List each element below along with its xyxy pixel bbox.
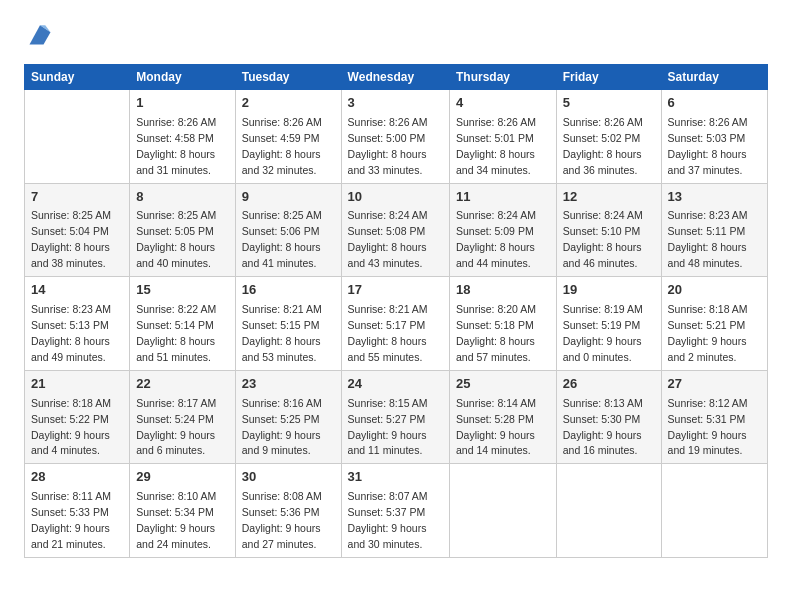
weekday-header-saturday: Saturday bbox=[661, 65, 767, 90]
day-info: Sunrise: 8:21 AM Sunset: 5:15 PM Dayligh… bbox=[242, 303, 322, 363]
day-number: 1 bbox=[136, 94, 229, 113]
day-info: Sunrise: 8:25 AM Sunset: 5:04 PM Dayligh… bbox=[31, 209, 111, 269]
calendar-week-2: 7Sunrise: 8:25 AM Sunset: 5:04 PM Daylig… bbox=[25, 183, 768, 277]
calendar-cell bbox=[450, 464, 557, 558]
day-number: 4 bbox=[456, 94, 550, 113]
calendar-cell: 12Sunrise: 8:24 AM Sunset: 5:10 PM Dayli… bbox=[556, 183, 661, 277]
day-info: Sunrise: 8:26 AM Sunset: 5:00 PM Dayligh… bbox=[348, 116, 428, 176]
day-info: Sunrise: 8:11 AM Sunset: 5:33 PM Dayligh… bbox=[31, 490, 111, 550]
day-number: 21 bbox=[31, 375, 123, 394]
day-info: Sunrise: 8:26 AM Sunset: 5:02 PM Dayligh… bbox=[563, 116, 643, 176]
weekday-header-friday: Friday bbox=[556, 65, 661, 90]
day-number: 27 bbox=[668, 375, 761, 394]
calendar-cell: 16Sunrise: 8:21 AM Sunset: 5:15 PM Dayli… bbox=[235, 277, 341, 371]
calendar-cell: 2Sunrise: 8:26 AM Sunset: 4:59 PM Daylig… bbox=[235, 90, 341, 184]
calendar-cell: 3Sunrise: 8:26 AM Sunset: 5:00 PM Daylig… bbox=[341, 90, 449, 184]
day-info: Sunrise: 8:24 AM Sunset: 5:08 PM Dayligh… bbox=[348, 209, 428, 269]
calendar-cell: 11Sunrise: 8:24 AM Sunset: 5:09 PM Dayli… bbox=[450, 183, 557, 277]
day-info: Sunrise: 8:18 AM Sunset: 5:22 PM Dayligh… bbox=[31, 397, 111, 457]
calendar-cell: 10Sunrise: 8:24 AM Sunset: 5:08 PM Dayli… bbox=[341, 183, 449, 277]
day-info: Sunrise: 8:19 AM Sunset: 5:19 PM Dayligh… bbox=[563, 303, 643, 363]
day-info: Sunrise: 8:22 AM Sunset: 5:14 PM Dayligh… bbox=[136, 303, 216, 363]
day-info: Sunrise: 8:26 AM Sunset: 4:58 PM Dayligh… bbox=[136, 116, 216, 176]
day-info: Sunrise: 8:16 AM Sunset: 5:25 PM Dayligh… bbox=[242, 397, 322, 457]
calendar-cell bbox=[556, 464, 661, 558]
day-info: Sunrise: 8:15 AM Sunset: 5:27 PM Dayligh… bbox=[348, 397, 428, 457]
calendar-cell: 18Sunrise: 8:20 AM Sunset: 5:18 PM Dayli… bbox=[450, 277, 557, 371]
calendar-body: 1Sunrise: 8:26 AM Sunset: 4:58 PM Daylig… bbox=[25, 90, 768, 558]
day-number: 2 bbox=[242, 94, 335, 113]
calendar-cell: 17Sunrise: 8:21 AM Sunset: 5:17 PM Dayli… bbox=[341, 277, 449, 371]
day-info: Sunrise: 8:23 AM Sunset: 5:11 PM Dayligh… bbox=[668, 209, 748, 269]
day-number: 6 bbox=[668, 94, 761, 113]
day-number: 12 bbox=[563, 188, 655, 207]
calendar-cell: 25Sunrise: 8:14 AM Sunset: 5:28 PM Dayli… bbox=[450, 370, 557, 464]
day-number: 14 bbox=[31, 281, 123, 300]
weekday-header-monday: Monday bbox=[130, 65, 236, 90]
day-number: 17 bbox=[348, 281, 443, 300]
day-info: Sunrise: 8:25 AM Sunset: 5:06 PM Dayligh… bbox=[242, 209, 322, 269]
day-info: Sunrise: 8:26 AM Sunset: 4:59 PM Dayligh… bbox=[242, 116, 322, 176]
calendar-cell: 31Sunrise: 8:07 AM Sunset: 5:37 PM Dayli… bbox=[341, 464, 449, 558]
calendar-table: SundayMondayTuesdayWednesdayThursdayFrid… bbox=[24, 64, 768, 558]
calendar-cell: 5Sunrise: 8:26 AM Sunset: 5:02 PM Daylig… bbox=[556, 90, 661, 184]
calendar-cell: 23Sunrise: 8:16 AM Sunset: 5:25 PM Dayli… bbox=[235, 370, 341, 464]
calendar-week-1: 1Sunrise: 8:26 AM Sunset: 4:58 PM Daylig… bbox=[25, 90, 768, 184]
day-info: Sunrise: 8:13 AM Sunset: 5:30 PM Dayligh… bbox=[563, 397, 643, 457]
calendar-cell: 28Sunrise: 8:11 AM Sunset: 5:33 PM Dayli… bbox=[25, 464, 130, 558]
calendar-cell: 30Sunrise: 8:08 AM Sunset: 5:36 PM Dayli… bbox=[235, 464, 341, 558]
day-info: Sunrise: 8:21 AM Sunset: 5:17 PM Dayligh… bbox=[348, 303, 428, 363]
day-number: 3 bbox=[348, 94, 443, 113]
day-number: 10 bbox=[348, 188, 443, 207]
calendar-cell: 20Sunrise: 8:18 AM Sunset: 5:21 PM Dayli… bbox=[661, 277, 767, 371]
day-info: Sunrise: 8:10 AM Sunset: 5:34 PM Dayligh… bbox=[136, 490, 216, 550]
day-number: 28 bbox=[31, 468, 123, 487]
weekday-header-tuesday: Tuesday bbox=[235, 65, 341, 90]
day-number: 24 bbox=[348, 375, 443, 394]
calendar-cell: 13Sunrise: 8:23 AM Sunset: 5:11 PM Dayli… bbox=[661, 183, 767, 277]
weekday-header-thursday: Thursday bbox=[450, 65, 557, 90]
day-info: Sunrise: 8:26 AM Sunset: 5:01 PM Dayligh… bbox=[456, 116, 536, 176]
day-number: 22 bbox=[136, 375, 229, 394]
calendar-cell: 14Sunrise: 8:23 AM Sunset: 5:13 PM Dayli… bbox=[25, 277, 130, 371]
day-number: 29 bbox=[136, 468, 229, 487]
day-number: 16 bbox=[242, 281, 335, 300]
day-info: Sunrise: 8:12 AM Sunset: 5:31 PM Dayligh… bbox=[668, 397, 748, 457]
weekday-header-wednesday: Wednesday bbox=[341, 65, 449, 90]
calendar-cell: 7Sunrise: 8:25 AM Sunset: 5:04 PM Daylig… bbox=[25, 183, 130, 277]
day-info: Sunrise: 8:20 AM Sunset: 5:18 PM Dayligh… bbox=[456, 303, 536, 363]
day-number: 25 bbox=[456, 375, 550, 394]
calendar-cell: 8Sunrise: 8:25 AM Sunset: 5:05 PM Daylig… bbox=[130, 183, 236, 277]
calendar-header-row: SundayMondayTuesdayWednesdayThursdayFrid… bbox=[25, 65, 768, 90]
day-number: 23 bbox=[242, 375, 335, 394]
day-info: Sunrise: 8:07 AM Sunset: 5:37 PM Dayligh… bbox=[348, 490, 428, 550]
header bbox=[24, 20, 768, 48]
calendar-cell: 22Sunrise: 8:17 AM Sunset: 5:24 PM Dayli… bbox=[130, 370, 236, 464]
calendar-cell: 24Sunrise: 8:15 AM Sunset: 5:27 PM Dayli… bbox=[341, 370, 449, 464]
day-number: 15 bbox=[136, 281, 229, 300]
calendar-cell: 9Sunrise: 8:25 AM Sunset: 5:06 PM Daylig… bbox=[235, 183, 341, 277]
calendar-week-4: 21Sunrise: 8:18 AM Sunset: 5:22 PM Dayli… bbox=[25, 370, 768, 464]
day-info: Sunrise: 8:17 AM Sunset: 5:24 PM Dayligh… bbox=[136, 397, 216, 457]
calendar-cell: 4Sunrise: 8:26 AM Sunset: 5:01 PM Daylig… bbox=[450, 90, 557, 184]
day-info: Sunrise: 8:24 AM Sunset: 5:10 PM Dayligh… bbox=[563, 209, 643, 269]
day-info: Sunrise: 8:08 AM Sunset: 5:36 PM Dayligh… bbox=[242, 490, 322, 550]
day-info: Sunrise: 8:26 AM Sunset: 5:03 PM Dayligh… bbox=[668, 116, 748, 176]
calendar-week-5: 28Sunrise: 8:11 AM Sunset: 5:33 PM Dayli… bbox=[25, 464, 768, 558]
calendar-cell: 26Sunrise: 8:13 AM Sunset: 5:30 PM Dayli… bbox=[556, 370, 661, 464]
calendar-cell bbox=[661, 464, 767, 558]
day-number: 30 bbox=[242, 468, 335, 487]
day-info: Sunrise: 8:18 AM Sunset: 5:21 PM Dayligh… bbox=[668, 303, 748, 363]
day-number: 13 bbox=[668, 188, 761, 207]
calendar-cell: 19Sunrise: 8:19 AM Sunset: 5:19 PM Dayli… bbox=[556, 277, 661, 371]
page: SundayMondayTuesdayWednesdayThursdayFrid… bbox=[0, 0, 792, 574]
day-number: 5 bbox=[563, 94, 655, 113]
calendar-cell: 1Sunrise: 8:26 AM Sunset: 4:58 PM Daylig… bbox=[130, 90, 236, 184]
day-number: 8 bbox=[136, 188, 229, 207]
logo-icon bbox=[26, 20, 54, 48]
calendar-cell: 6Sunrise: 8:26 AM Sunset: 5:03 PM Daylig… bbox=[661, 90, 767, 184]
day-info: Sunrise: 8:25 AM Sunset: 5:05 PM Dayligh… bbox=[136, 209, 216, 269]
day-number: 20 bbox=[668, 281, 761, 300]
calendar-cell: 21Sunrise: 8:18 AM Sunset: 5:22 PM Dayli… bbox=[25, 370, 130, 464]
calendar-cell: 27Sunrise: 8:12 AM Sunset: 5:31 PM Dayli… bbox=[661, 370, 767, 464]
